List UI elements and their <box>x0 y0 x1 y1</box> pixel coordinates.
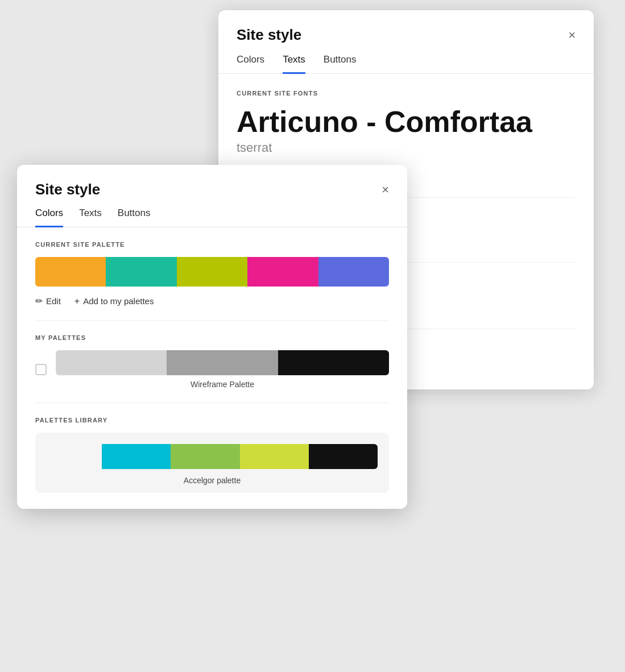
texts-panel-close-button[interactable]: × <box>568 29 576 42</box>
texts-panel-title: Site style <box>237 26 301 44</box>
edit-icon: ✏ <box>35 296 43 306</box>
plus-icon: + <box>74 296 80 306</box>
lib-swatch-4 <box>309 444 378 469</box>
panel-back-header: Site style × <box>218 10 594 44</box>
panel-front-header: Site style × <box>17 165 407 198</box>
lib-swatch-3 <box>240 444 309 469</box>
lib-swatch-2 <box>171 444 239 469</box>
font-display-large: Articuno - Comfortaa <box>237 106 576 138</box>
my-palettes-item: Wireframe Palette <box>35 350 389 389</box>
tab-buttons-back[interactable]: Buttons <box>324 54 357 74</box>
palettes-library-label: PALETTES LIBRARY <box>35 417 389 424</box>
swatch-2 <box>106 257 176 287</box>
tab-texts-front[interactable]: Texts <box>79 208 102 227</box>
palette-checkbox[interactable] <box>35 364 47 375</box>
lib-swatch-0 <box>47 444 102 469</box>
wireframe-palette-bar <box>56 350 389 375</box>
divider-2 <box>35 403 389 403</box>
swatch-5 <box>318 257 389 287</box>
wire-swatch-3 <box>278 350 389 375</box>
current-site-fonts-label: CURRENT SITE FONTS <box>237 90 576 97</box>
my-palettes-label: MY PALETTES <box>35 334 389 341</box>
tab-colors-back[interactable]: Colors <box>237 54 264 74</box>
wire-swatch-1 <box>56 350 167 375</box>
current-palette-label: CURRENT SITE PALETTE <box>35 241 389 248</box>
wireframe-palette-name: Wireframe Palette <box>56 380 389 389</box>
texts-panel-tabs: Colors Texts Buttons <box>218 44 594 74</box>
font-display-small: tserrat <box>237 140 576 155</box>
tab-texts-back[interactable]: Texts <box>283 54 305 74</box>
my-palettes-section: MY PALETTES Wireframe Palette <box>35 334 389 389</box>
swatch-3 <box>177 257 247 287</box>
lib-swatch-1 <box>102 444 171 469</box>
palette-actions: ✏ Edit + Add to my palettes <box>35 296 389 306</box>
colors-panel-body: CURRENT SITE PALETTE ✏ Edit + Add to my … <box>17 227 407 509</box>
swatch-1 <box>35 257 106 287</box>
lib-palette-name: Accelgor palette <box>47 476 378 485</box>
add-to-palettes-button[interactable]: + Add to my palettes <box>74 296 154 306</box>
colors-panel: Site style × Colors Texts Buttons CURREN… <box>17 165 407 509</box>
lib-palette-bar <box>47 444 378 469</box>
current-palette-bar <box>35 257 389 287</box>
palettes-library-item[interactable]: Accelgor palette <box>35 433 389 493</box>
divider-1 <box>35 320 389 321</box>
colors-panel-close-button[interactable]: × <box>382 184 389 196</box>
tab-colors-front[interactable]: Colors <box>35 208 63 227</box>
edit-palette-button[interactable]: ✏ Edit <box>35 296 61 306</box>
swatch-4 <box>247 257 318 287</box>
colors-panel-tabs: Colors Texts Buttons <box>17 198 407 227</box>
wire-swatch-2 <box>167 350 278 375</box>
tab-buttons-front[interactable]: Buttons <box>118 208 151 227</box>
wireframe-palette-container: Wireframe Palette <box>56 350 389 389</box>
colors-panel-title: Site style <box>35 181 100 198</box>
